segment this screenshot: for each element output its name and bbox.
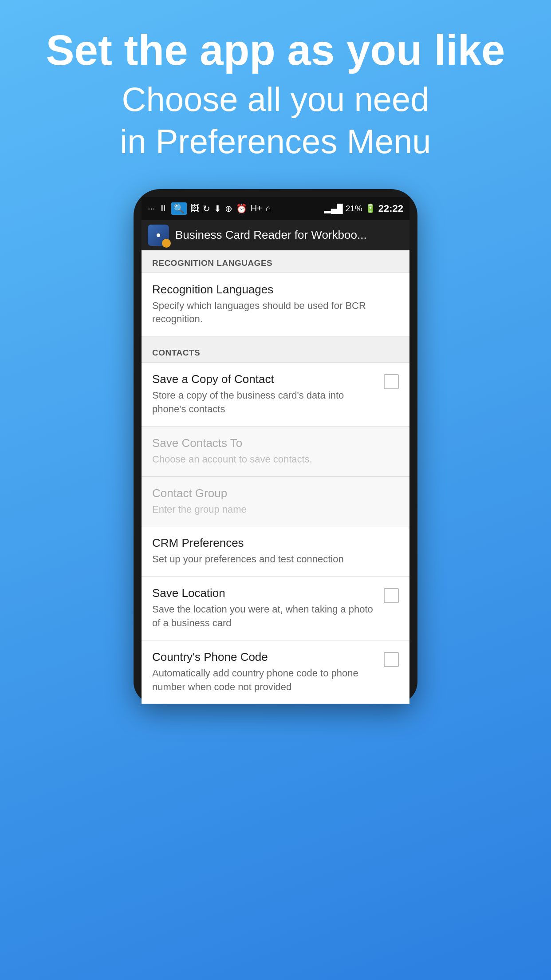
page-subtitle: Choose all you need in Preferences Menu — [46, 78, 505, 162]
setting-subtitle-save-copy: Store a copy of the business card's data… — [152, 389, 377, 416]
section-recognition-languages: RECOGNITION LANGUAGES — [142, 250, 409, 273]
alarm-icon: ⏰ — [236, 203, 247, 214]
section-gap-1 — [142, 336, 409, 340]
settings-content: RECOGNITION LANGUAGES Recognition Langua… — [142, 250, 409, 704]
search-active-icon: 🔍 — [171, 202, 187, 215]
app-toolbar-title: Business Card Reader for Workboo... — [175, 228, 367, 242]
signal-bars: ▂▄█ — [324, 203, 343, 213]
setting-item-crm-preferences[interactable]: CRM Preferences Set up your preferences … — [142, 526, 409, 577]
page-title: Set the app as you like — [46, 27, 505, 74]
setting-subtitle-save-contacts-to: Choose an account to save contacts. — [152, 453, 399, 466]
status-time: 22:22 — [378, 203, 403, 214]
setting-subtitle-save-location: Save the location you were at, when taki… — [152, 603, 377, 630]
status-bar: ··· ⏸ 🔍 🖼 ↻ ⬇ ⊕ ⏰ H+ ⌂ ▂▄█ 21% 🔋 22:22 — [142, 197, 409, 220]
battery-icon: 🔋 — [365, 203, 376, 213]
checkbox-country-phone-code[interactable] — [384, 652, 399, 667]
network-icon: H+ — [251, 203, 262, 213]
download-icon: ⬇ — [214, 203, 221, 214]
app-toolbar: Business Card Reader for Workboo... — [142, 220, 409, 250]
setting-item-contact-group: Contact Group Enter the group name — [142, 477, 409, 527]
status-bar-left: ··· ⏸ 🔍 🖼 ↻ ⬇ ⊕ ⏰ H+ ⌂ — [148, 202, 271, 215]
photo-icon: 🖼 — [190, 203, 199, 213]
phone-mockup: ··· ⏸ 🔍 🖼 ↻ ⬇ ⊕ ⏰ H+ ⌂ ▂▄█ 21% 🔋 22:22 — [134, 189, 417, 704]
checkbox-save-location[interactable] — [384, 588, 399, 603]
battery-percent: 21% — [346, 204, 362, 213]
setting-item-save-contacts-to: Save Contacts To Choose an account to sa… — [142, 427, 409, 477]
setting-item-recognition-languages[interactable]: Recognition Languages Specify which lang… — [142, 273, 409, 337]
setting-title-save-copy: Save a Copy of Contact — [152, 372, 377, 386]
app-icon — [148, 225, 169, 246]
setting-title-country-phone-code: Country's Phone Code — [152, 650, 377, 664]
setting-title-save-contacts-to: Save Contacts To — [152, 436, 399, 450]
setting-subtitle-recognition-languages: Specify which languages should be used f… — [152, 299, 399, 327]
location-icon: ⊕ — [225, 203, 232, 214]
section-contacts: CONTACTS — [142, 340, 409, 363]
setting-item-country-phone-code[interactable]: Country's Phone Code Automatically add c… — [142, 640, 409, 704]
setting-item-save-copy[interactable]: Save a Copy of Contact Store a copy of t… — [142, 363, 409, 427]
header-section: Set the app as you like Choose all you n… — [11, 0, 541, 180]
setting-subtitle-contact-group: Enter the group name — [152, 503, 399, 517]
checkbox-save-copy[interactable] — [384, 374, 399, 389]
setting-item-save-location[interactable]: Save Location Save the location you were… — [142, 577, 409, 640]
setting-title-contact-group: Contact Group — [152, 486, 399, 500]
setting-title-recognition-languages: Recognition Languages — [152, 283, 399, 296]
home-icon: ⌂ — [266, 203, 271, 213]
pause-icon: ⏸ — [159, 203, 168, 213]
setting-subtitle-crm-preferences: Set up your preferences and test connect… — [152, 553, 399, 566]
sync-icon: ↻ — [203, 203, 210, 214]
setting-title-save-location: Save Location — [152, 586, 377, 600]
menu-icon: ··· — [148, 203, 155, 213]
status-bar-right: ▂▄█ 21% 🔋 22:22 — [324, 203, 403, 214]
setting-subtitle-country-phone-code: Automatically add country phone code to … — [152, 667, 377, 694]
setting-title-crm-preferences: CRM Preferences — [152, 536, 399, 550]
